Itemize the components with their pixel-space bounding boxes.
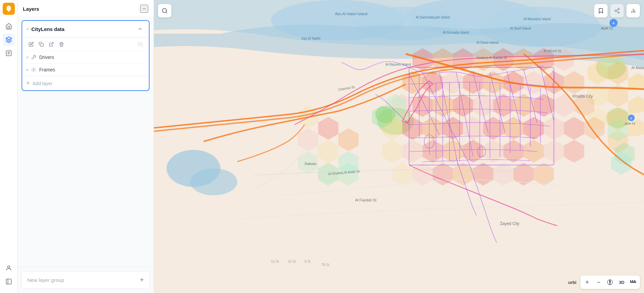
layer-toolbar [22,37,149,51]
share-button[interactable] [610,4,624,18]
zoom-in-button[interactable]: + [582,277,592,288]
map-top-right-controls [594,4,640,18]
minimize-button[interactable]: − [140,5,148,13]
visibility-toggle-button[interactable] [135,39,145,49]
logo-button[interactable] [3,3,15,15]
copy-icon [39,42,44,47]
chevron-up-icon [137,26,143,32]
map-area[interactable]: Abu Al Habel Island Al Sammaliyyah Islan… [154,0,644,293]
threed-button[interactable]: 3D [616,277,627,288]
logo-icon [5,5,12,12]
new-layer-group-button[interactable]: New layer group + [22,271,150,289]
scale-icon [630,280,636,284]
export-layer-button[interactable] [46,39,56,49]
svg-marker-144 [610,280,611,283]
svg-text:Al Mata...: Al Mata... [632,66,644,70]
zoom-controls: + − 3D [580,275,640,289]
drag-handle-icon[interactable]: ≡ [26,27,29,31]
svg-text:Al Dana Island: Al Dana Island [477,41,498,44]
urbi-branding: urbi [568,280,577,285]
svg-text:79 St: 79 St [322,263,330,267]
map-canvas: Abu Al Habel Island Al Sammaliyyah Islan… [154,0,644,293]
sidebar-item-profile[interactable] [3,262,15,274]
new-layer-group-label: New layer group [27,277,64,283]
bookmark-icon [598,8,604,14]
svg-point-133 [162,8,166,12]
svg-text:8 St: 8 St [305,260,311,263]
svg-text:15 St: 15 St [288,260,296,263]
trash-icon [59,42,64,47]
svg-text:Sas Al Nakhl: Sas Al Nakhl [301,37,321,40]
svg-rect-8 [40,43,43,46]
layer-group-citylens: ≡ CityLens data [22,20,150,91]
svg-rect-148 [632,280,633,282]
svg-marker-0 [6,37,11,40]
group-actions [135,24,145,34]
frame-icon [31,67,36,72]
layer-item-drivers[interactable]: ≡ Drivers [22,51,149,64]
edit-icon [29,42,34,47]
chart-icon [630,8,636,14]
sidebar-item-settings[interactable] [3,275,15,288]
group-name: CityLens data [31,26,135,32]
svg-text:AUH T2: AUH T2 [625,122,636,125]
map-bottom-right-controls: urbi + − 3D [568,275,640,289]
layer-group-header: ≡ CityLens data [22,21,149,37]
home-icon [5,23,12,30]
add-layer-label: Add layer [33,81,53,86]
frames-layer-icon [31,67,36,72]
duplicate-layer-button[interactable] [36,39,46,49]
svg-text:13 St: 13 St [271,260,279,263]
delete-layer-button[interactable] [57,39,66,49]
svg-rect-147 [630,280,631,282]
svg-rect-146 [630,282,636,283]
share-icon [614,8,620,14]
svg-point-136 [615,10,616,12]
compass-button[interactable] [605,277,615,288]
svg-point-137 [618,12,619,13]
svg-point-5 [7,266,10,268]
layers-panel: Layers − ≡ CityLens data [18,0,154,293]
layers-header: Layers − [18,0,154,16]
svg-text:Abu Al Habel Island: Abu Al Habel Island [335,12,367,16]
svg-text:Al Rumaila Island: Al Rumaila Island [443,31,469,34]
wrench-icon [31,55,36,60]
sidebar-item-layers[interactable] [3,34,15,46]
bookmark-button[interactable] [594,4,608,18]
svg-line-139 [616,9,618,10]
zoom-out-button[interactable]: − [593,277,604,288]
svg-text:Al Mireef St: Al Mireef St [544,49,561,53]
layers-icon [5,36,12,43]
svg-point-135 [618,8,619,10]
svg-line-138 [616,11,618,12]
svg-text:Zayed City: Zayed City [500,221,519,226]
document-icon [5,50,12,57]
edit-layer-button[interactable] [26,39,36,49]
sidebar-bottom [3,262,15,290]
scale-bar-button[interactable] [628,277,639,288]
svg-point-26 [190,168,237,195]
drivers-layer-name: Drivers [39,55,54,60]
drivers-layer-icon [31,55,36,60]
drag-handle-drivers[interactable]: ≡ [26,55,28,59]
svg-text:✈: ✈ [612,21,615,25]
svg-line-9 [51,42,53,44]
sidebar-item-home[interactable] [3,20,15,32]
profile-icon [5,265,12,271]
svg-text:✈: ✈ [630,117,633,120]
svg-marker-145 [610,282,611,285]
collapse-button[interactable] [135,24,145,34]
search-icon [162,8,168,14]
svg-rect-6 [6,279,11,284]
add-layer-button[interactable]: + Add layer [22,76,149,90]
svg-text:Khalifa City: Khalifa City [573,94,593,99]
sidebar-item-reports[interactable] [3,47,15,59]
plus-icon: + [26,80,30,87]
map-search-button[interactable] [158,4,171,18]
settings-icon [5,278,12,285]
svg-text:Al Sammaliyyah Island: Al Sammaliyyah Island [416,15,450,19]
svg-line-134 [166,12,167,13]
drag-handle-frames[interactable]: ≡ [26,68,28,72]
layer-item-frames[interactable]: ≡ Frames [22,64,149,76]
map-settings-button[interactable] [626,4,640,18]
